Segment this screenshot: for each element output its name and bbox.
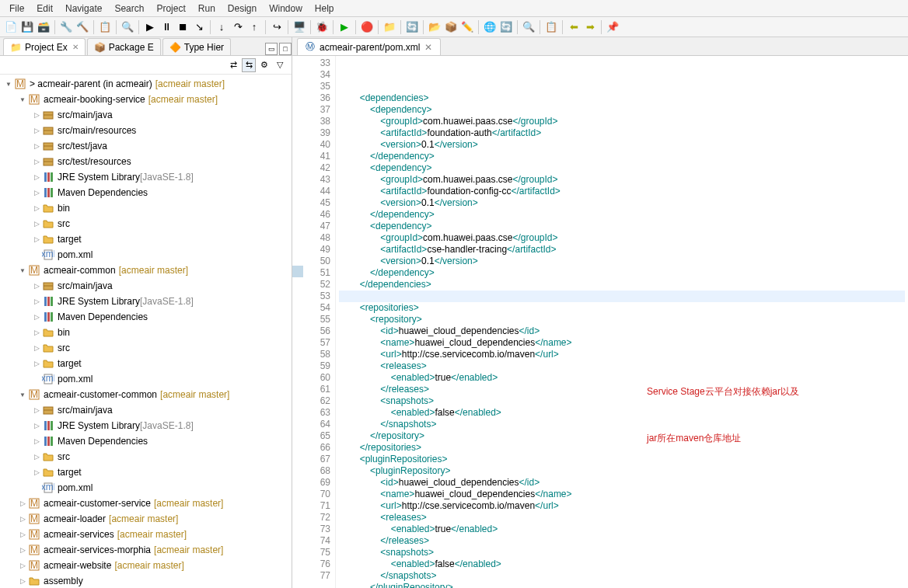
tree-row[interactable]: src [0, 340, 292, 356]
code-line[interactable]: <snapshots> [339, 395, 905, 407]
expand-arrow-icon[interactable] [17, 513, 28, 524]
tree-row[interactable]: Maven Dependencies [0, 185, 292, 200]
tree-row[interactable]: src/main/java [0, 278, 292, 294]
code-line[interactable]: <repository> [339, 314, 905, 325]
code-line[interactable]: <version>0.1</version> [339, 256, 905, 267]
expand-arrow-icon[interactable] [17, 576, 28, 586]
tree-row[interactable]: Macmeair-website[acmeair master] [0, 558, 292, 573]
code-line[interactable]: <name>huawei_cloud_dependencies</name> [339, 489, 905, 500]
code-line[interactable]: <groupId>com.huawei.paas.cse</groupId> [339, 174, 905, 186]
code-line[interactable]: </dependency> [339, 209, 905, 221]
tool-button[interactable]: 🔧 [58, 19, 74, 35]
tree-row[interactable]: xmlpom.xml [0, 371, 292, 387]
code-line[interactable]: <pluginRepositories> [339, 454, 905, 465]
code-line[interactable]: <enabled>true</enabled> [339, 524, 905, 535]
outline-button[interactable]: 📋 [543, 19, 559, 35]
link-editor-button[interactable]: ⇆ [242, 58, 256, 72]
expand-arrow-icon[interactable] [31, 280, 42, 291]
view-menu-button[interactable]: ▽ [273, 58, 287, 72]
code-line[interactable]: </releases> [339, 384, 905, 395]
tree-row[interactable]: src [0, 449, 292, 464]
project-tree[interactable]: M> acmeair-parent (in acmeair)[acmeair m… [0, 75, 292, 588]
server-button[interactable]: 🖥️ [292, 19, 307, 35]
editor-tab[interactable]: Ⓜ acmeair-parent/pom.xml ✕ [297, 38, 441, 55]
code-line[interactable]: <dependency> [339, 221, 905, 232]
tree-row[interactable]: src/main/resources [0, 123, 292, 138]
tree-row[interactable]: bin [0, 200, 292, 216]
code-line[interactable]: <pluginRepository> [339, 465, 905, 477]
expand-arrow-icon[interactable] [17, 389, 28, 400]
tree-row[interactable]: Maven Dependencies [0, 309, 292, 325]
menu-item-window[interactable]: Window [263, 2, 309, 16]
step-over-button[interactable]: ↷ [230, 19, 246, 35]
tree-row[interactable]: target [0, 231, 292, 247]
code-line[interactable]: </releases> [339, 535, 905, 547]
tree-row[interactable]: JRE System Library [JavaSE-1.8] [0, 169, 292, 185]
tree-row[interactable]: Macmeair-customer-common[acmeair master] [0, 387, 292, 402]
code-line[interactable]: <name>huawei_cloud_dependencies</name> [339, 337, 905, 349]
code-line[interactable]: </dependencies> [339, 279, 905, 291]
code-line[interactable]: <groupId>com.huawei.paas.cse</groupId> [339, 232, 905, 244]
pointer-button[interactable]: 🔍 [120, 19, 135, 35]
tree-row[interactable]: Macmeair-services-morphia[acmeair master… [0, 542, 292, 558]
menu-item-design[interactable]: Design [222, 2, 263, 16]
expand-arrow-icon[interactable] [31, 451, 42, 462]
tree-row[interactable]: Macmeair-services[acmeair master] [0, 527, 292, 542]
coverage-button[interactable]: 🔴 [359, 19, 375, 35]
forward-button[interactable]: ➡ [582, 19, 598, 35]
code-editor[interactable]: 3334353637383940414243444546474849505152… [292, 56, 908, 588]
expand-arrow-icon[interactable] [31, 203, 42, 214]
tree-row[interactable]: Macmeair-loader[acmeair master] [0, 511, 292, 527]
step-return-button[interactable]: ↑ [246, 19, 262, 35]
search-button[interactable]: 🔍 [521, 19, 536, 35]
code-line[interactable]: <repositories> [339, 302, 905, 314]
expand-arrow-icon[interactable] [31, 172, 42, 183]
close-icon[interactable]: ✕ [72, 43, 79, 51]
code-line[interactable]: <snapshots> [339, 547, 905, 558]
tree-row[interactable]: Maven Dependencies [0, 433, 292, 449]
code-line[interactable]: <url>http://cse.servicecomb.io/maven</ur… [339, 349, 905, 360]
menu-item-file[interactable]: File [3, 2, 30, 16]
code-line[interactable]: </pluginRepository> [339, 582, 905, 588]
collapse-all-button[interactable]: ⇄ [226, 58, 240, 72]
new-project-button[interactable]: 📂 [427, 19, 442, 35]
run-button[interactable]: ↪ [269, 19, 285, 35]
code-line[interactable]: <dependency> [339, 104, 905, 116]
expand-arrow-icon[interactable] [31, 156, 42, 167]
expand-arrow-icon[interactable] [3, 78, 14, 89]
step-button[interactable]: ↘ [191, 19, 207, 35]
external-tools-button[interactable]: 📁 [382, 19, 397, 35]
menu-item-search[interactable]: Search [108, 2, 150, 16]
stop-button[interactable]: ⏹ [175, 19, 190, 35]
code-line[interactable]: <artifactId>cse-handler-tracing</artifac… [339, 244, 905, 256]
expand-arrow-icon[interactable] [31, 343, 42, 353]
save-button[interactable]: 💾 [19, 19, 35, 35]
expand-arrow-icon[interactable] [31, 420, 42, 431]
code-line[interactable]: <releases> [339, 512, 905, 524]
expand-arrow-icon[interactable] [17, 529, 28, 540]
code-line[interactable]: <releases> [339, 360, 905, 372]
tree-row[interactable]: Macmeair-common[acmeair master] [0, 263, 292, 278]
tree-row[interactable]: JRE System Library [JavaSE-1.8] [0, 294, 292, 309]
maximize-view-button[interactable]: □ [279, 43, 292, 55]
new-wizard-button[interactable]: 🔄 [404, 19, 420, 35]
new-button[interactable]: 📄 [3, 19, 19, 35]
expand-arrow-icon[interactable] [31, 405, 42, 416]
expand-arrow-icon[interactable] [31, 110, 42, 120]
code-line[interactable]: <enabled>false</enabled> [339, 558, 905, 570]
focus-button[interactable]: ⚙ [257, 58, 271, 72]
tree-row[interactable]: M> acmeair-parent (in acmeair)[acmeair m… [0, 76, 292, 92]
view-tab[interactable]: 🔶Type Hier [162, 38, 231, 55]
code-line[interactable]: <url>http://cse.servicecomb.io/maven</ur… [339, 500, 905, 512]
code-line[interactable]: <enabled>false</enabled> [339, 407, 905, 419]
code-content[interactable]: Service Stage云平台对接依赖jar以及 jar所在maven仓库地址… [336, 56, 908, 588]
code-line[interactable]: <artifactId>foundation-auth</artifactId> [339, 127, 905, 139]
code-line[interactable]: </snapshots> [339, 419, 905, 430]
expand-arrow-icon[interactable] [17, 498, 28, 509]
expand-arrow-icon[interactable] [31, 327, 42, 338]
tree-row[interactable]: src/main/java [0, 402, 292, 418]
close-tab-icon[interactable]: ✕ [424, 42, 432, 53]
code-line[interactable]: <enabled>true</enabled> [339, 372, 905, 384]
edit-button[interactable]: ✏️ [459, 19, 475, 35]
code-line[interactable]: </dependency> [339, 267, 905, 279]
